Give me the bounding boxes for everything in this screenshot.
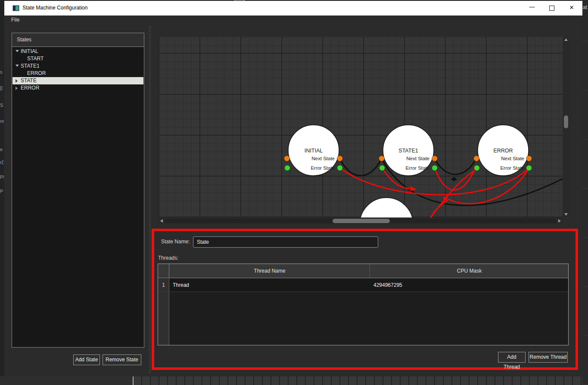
background-text-fragment: at [583,4,587,10]
add-state-button[interactable]: Add State [73,354,100,365]
window-title: State Machine Configuration [22,5,87,11]
background-window-right: at [582,0,588,385]
thread-name-cell[interactable]: Thread [170,279,370,292]
maximize-icon [549,6,554,11]
state-name-label: State Name: [161,239,190,245]
tree-item-error-child[interactable]: ERROR [12,70,143,77]
table-header-row: Thread Name CPU Mask [158,264,568,278]
thread-name-column-header[interactable]: Thread Name [170,264,370,278]
menubar: File [4,16,582,25]
port-next-in[interactable] [284,156,290,161]
port-next-in[interactable] [474,156,479,161]
node-name-label: INITIAL [305,148,323,154]
port-next-out[interactable] [432,156,438,161]
port-error-out[interactable] [526,165,532,171]
error-state-wire[interactable] [431,168,529,217]
error-port-label: Error State [405,165,429,171]
states-group-header: States [12,33,144,47]
error-port-label: Error State [500,165,524,171]
minimize-button[interactable]: — [523,1,541,16]
close-button[interactable]: ✕ [562,1,581,16]
port-next-out[interactable] [337,156,343,161]
titlebar[interactable]: State Machine Configuration — ✕ [4,1,582,16]
state-detail-panel: State Name: Threads: Thread Name CPU Mas… [152,229,578,370]
main-content: States INITIAL START STATE1 ERROR STATE [4,25,582,376]
node-canvas[interactable]: INITIAL Next State Error State STATE1 Ne… [159,37,563,217]
scroll-up-icon[interactable] [564,38,568,41]
remove-thread-button[interactable]: Remove Thread [529,352,568,363]
scroll-down-icon[interactable] [564,213,568,216]
horizontal-scroll-thumb[interactable] [333,219,390,223]
scroll-right-icon[interactable] [558,219,561,223]
next-port-label: Next State [501,156,524,161]
threads-table[interactable]: Thread Name CPU Mask 1 Thread 4294967295 [158,264,569,345]
scroll-left-icon[interactable] [160,219,163,223]
next-port-label: Next State [311,156,335,161]
table-row[interactable]: 1 Thread 4294967295 [158,279,568,292]
states-group-label: States [17,37,31,43]
next-port-label: Next State [406,156,429,161]
port-error-in[interactable] [474,165,480,171]
state-node-partial[interactable] [360,198,413,217]
cpu-mask-cell[interactable]: 4294967295 [370,279,568,292]
node-name-label: STATE1 [398,148,418,154]
background-window-bottom [0,376,588,385]
tree-item-start[interactable]: START [12,55,143,62]
add-thread-button[interactable]: Add Thread [498,352,526,363]
panel-splitter[interactable] [149,25,151,373]
close-icon: ✕ [562,4,581,11]
background-grid-cells [134,376,588,385]
corner-header-cell[interactable] [158,264,169,278]
row-header-cell[interactable]: 1 [158,279,169,292]
states-tree[interactable]: INITIAL START STATE1 ERROR STATE ERROR [12,47,144,348]
menu-file[interactable]: File [9,16,22,24]
cpu-mask-column-header[interactable]: CPU Mask [370,264,568,278]
wire-diamond-arrowhead [451,177,457,181]
background-window-left: s [( S or e rD PF P [0,26,4,370]
caret-down-icon[interactable] [16,65,19,67]
background-divider-line [133,376,134,385]
state-name-input[interactable] [193,236,378,248]
app-window: State Machine Configuration — ✕ File Sta… [4,1,582,376]
error-port-label: Error State [311,165,335,171]
caret-right-icon[interactable] [16,79,18,83]
port-next-out[interactable] [526,156,532,161]
port-next-in[interactable] [379,156,385,161]
tree-item-initial[interactable]: INITIAL [12,48,143,55]
remove-state-button[interactable]: Remove State [103,354,141,365]
next-state-wire[interactable] [435,158,476,174]
maximize-button[interactable] [542,1,561,16]
port-error-in[interactable] [380,165,385,171]
threads-label: Threads: [158,255,178,261]
tree-item-state-selected[interactable]: STATE [12,77,143,84]
vertical-scroll-thumb[interactable] [564,115,568,128]
port-error-out[interactable] [432,165,438,171]
tree-item-error[interactable]: ERROR [12,84,143,92]
port-error-in[interactable] [285,165,290,171]
caret-right-icon[interactable] [16,87,18,90]
port-error-out[interactable] [337,165,343,171]
node-name-label: ERROR [493,148,513,154]
app-icon [12,5,19,11]
next-state-wire[interactable] [340,158,381,176]
horizontal-scrollbar[interactable] [159,217,563,224]
tree-item-state1[interactable]: STATE1 [12,62,143,70]
caret-down-icon[interactable] [16,50,19,52]
vertical-scrollbar[interactable] [563,37,569,217]
